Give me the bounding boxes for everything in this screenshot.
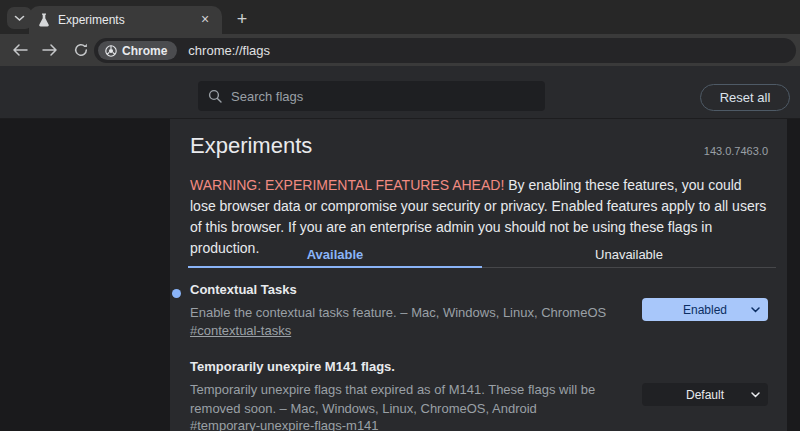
flag-tabs: Available Unavailable [188,243,776,268]
flag-value-select[interactable]: Default [642,383,768,406]
flag-permalink[interactable]: #temporary-unexpire-flags-m141 [190,418,379,431]
flask-icon [38,13,50,27]
tab-experiments[interactable]: Experiments × [29,6,222,34]
forward-button[interactable] [40,40,60,60]
flag-name: Temporarily unexpire M141 flags. [190,359,395,374]
chrome-chip-label: Chrome [122,44,167,58]
flag-value: Default [686,388,724,402]
flag-value: Enabled [683,303,727,317]
reload-button[interactable] [71,40,91,60]
back-icon [12,44,28,56]
browser-window: { "browser": { "tab_title": "Experiments… [0,0,800,431]
chevron-down-icon [751,307,760,313]
tab-unavailable[interactable]: Unavailable [482,243,776,268]
reset-all-button[interactable]: Reset all [700,84,790,111]
new-tab-button[interactable]: + [230,8,254,32]
flag-description: Enable the contextual tasks feature. – M… [190,303,637,322]
flags-container: Experiments 143.0.7463.0 WARNING: EXPERI… [170,119,787,431]
flag-name: Contextual Tasks [190,282,297,297]
page-background: Experiments 143.0.7463.0 WARNING: EXPERI… [0,119,800,431]
tab-strip: Experiments × + [0,0,800,34]
reload-icon [74,43,88,57]
page-title: Experiments [190,133,312,159]
warning-prefix: WARNING: EXPERIMENTAL FEATURES AHEAD! [190,177,504,193]
modified-flag-dot [172,289,181,298]
search-box[interactable] [198,81,545,111]
address-bar[interactable]: Chrome chrome://flags [94,38,796,63]
search-input[interactable] [231,89,535,104]
version-label: 143.0.7463.0 [704,145,768,157]
chevron-down-icon [751,392,760,398]
url-text: chrome://flags [188,43,270,58]
forward-icon [42,44,58,56]
flag-permalink[interactable]: #contextual-tasks [190,323,291,338]
flag-description: Temporarily unexpire flags that expired … [190,380,637,418]
search-icon [208,89,222,103]
tab-available[interactable]: Available [188,243,482,268]
tab-title: Experiments [58,13,189,27]
flag-value-select[interactable]: Enabled [642,298,768,321]
chrome-chip[interactable]: Chrome [98,41,177,60]
chrome-logo-icon [105,45,117,57]
chevron-down-icon [14,15,25,22]
back-button[interactable] [10,40,30,60]
close-icon[interactable]: × [197,12,213,28]
flags-page-header: Reset all [0,66,800,119]
